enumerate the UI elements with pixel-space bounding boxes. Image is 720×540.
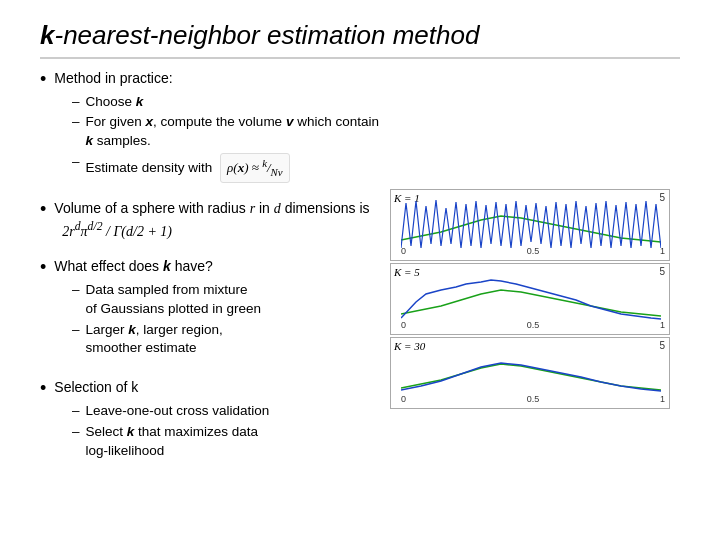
select-k-text: Select k that maximizes datalog-likeliho… [86, 423, 259, 461]
choose-text: Choose k [86, 93, 144, 112]
chart-k5-x1: 1 [660, 320, 665, 330]
method-sublist: – Choose k – For given x, compute the vo… [72, 93, 380, 184]
data-sampled-item: – Data sampled from mixtureof Gaussians … [72, 281, 380, 319]
data-sampled-text: Data sampled from mixtureof Gaussians pl… [86, 281, 262, 319]
volume-section: • Volume of a sphere with radius r in d … [40, 199, 380, 243]
dash-7: – [72, 423, 80, 442]
chart-k30-xaxis: 0 0.5 1 [401, 394, 665, 404]
chart-k5-xaxis: 0 0.5 1 [401, 320, 665, 330]
chart-k1-xaxis: 0 0.5 1 [401, 246, 665, 256]
selection-text: Selection of k [54, 378, 138, 398]
chart-k30-svg [401, 346, 661, 398]
chart-k30-x05: 0.5 [527, 394, 540, 404]
density-formula: ρ(x) ≈ k/Nv [220, 153, 290, 183]
larger-k-text: Larger k, larger region,smoother estimat… [86, 321, 223, 359]
larger-k-item: – Larger k, larger region,smoother estim… [72, 321, 380, 359]
dash-2: – [72, 113, 80, 132]
chart-k1-x1: 1 [660, 246, 665, 256]
effect-sublist: – Data sampled from mixtureof Gaussians … [72, 281, 380, 359]
chart-k1-svg [401, 198, 661, 250]
dash-1: – [72, 93, 80, 112]
chart-k1-x05: 0.5 [527, 246, 540, 256]
dash-3: – [72, 153, 80, 172]
selection-bullet: • Selection of k [40, 378, 380, 400]
bullet-dot-3: • [40, 257, 46, 279]
chart-k1-x0: 0 [401, 246, 406, 256]
bullet-dot-2: • [40, 199, 46, 221]
chart-k5: K = 5 5 0 0.5 1 [390, 263, 670, 335]
chart-k5-x05: 0.5 [527, 320, 540, 330]
estimate-text: Estimate density with ρ(x) ≈ k/Nv [86, 153, 290, 183]
loocv-text: Leave-one-out cross validation [86, 402, 270, 421]
chart-k5-svg [401, 272, 661, 324]
selection-sublist: – Leave-one-out cross validation – Selec… [72, 402, 380, 461]
method-bullet: • Method in practice: [40, 69, 380, 91]
select-k-item: – Select k that maximizes datalog-likeli… [72, 423, 380, 461]
chart-k5-x0: 0 [401, 320, 406, 330]
title-k: k [40, 20, 54, 50]
bullet-dot-1: • [40, 69, 46, 91]
chart-k30-x1: 1 [660, 394, 665, 404]
volume-formula: 2rdπd/2 / Γ(d/2 + 1) [62, 224, 172, 239]
estimate-item: – Estimate density with ρ(x) ≈ k/Nv [72, 153, 380, 183]
method-text: Method in practice: [54, 69, 172, 89]
chart-k30: K = 30 5 0 0.5 1 [390, 337, 670, 409]
selection-section: • Selection of k – Leave-one-out cross v… [40, 378, 380, 462]
effect-section: • What effect does k have? – Data sample… [40, 257, 380, 360]
chart-k30-x0: 0 [401, 394, 406, 404]
volume-text: Volume of a sphere with radius r in d di… [54, 199, 380, 241]
method-section: • Method in practice: – Choose k – For g… [40, 69, 380, 185]
chart-k1: K = 1 5 0 0.5 1 [390, 189, 670, 261]
effect-text: What effect does k have? [54, 257, 213, 277]
left-column: • Method in practice: – Choose k – For g… [40, 69, 380, 471]
effect-bullet: • What effect does k have? [40, 257, 380, 279]
slide-title: k-nearest-neighbor estimation method [40, 20, 680, 59]
dash-4: – [72, 281, 80, 300]
charts-container: K = 1 5 0 0.5 1 K = [390, 189, 680, 409]
content-area: • Method in practice: – Choose k – For g… [40, 69, 680, 471]
volume-bullet: • Volume of a sphere with radius r in d … [40, 199, 380, 241]
bullet-dot-4: • [40, 378, 46, 400]
forgivenx-text: For given x, compute the volume v which … [86, 113, 380, 151]
right-column: K = 1 5 0 0.5 1 K = [390, 69, 680, 471]
choose-item: – Choose k [72, 93, 380, 112]
forgivenx-item: – For given x, compute the volume v whic… [72, 113, 380, 151]
slide: k-nearest-neighbor estimation method • M… [0, 0, 720, 540]
loocv-item: – Leave-one-out cross validation [72, 402, 380, 421]
dash-6: – [72, 402, 80, 421]
dash-5: – [72, 321, 80, 340]
title-text: -nearest-neighbor estimation method [54, 20, 479, 50]
